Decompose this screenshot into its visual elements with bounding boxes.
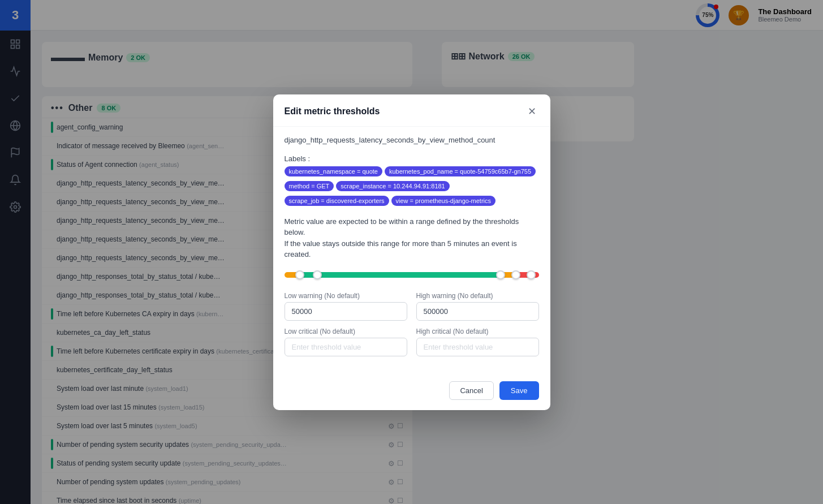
- high-critical-input[interactable]: [416, 338, 539, 356]
- cancel-button[interactable]: Cancel: [449, 381, 493, 400]
- low-critical-group: Low critical (No default): [285, 328, 407, 356]
- low-warning-label: Low warning (No default): [285, 292, 407, 300]
- slider-handle-high-warn[interactable]: [511, 270, 520, 279]
- edit-threshold-modal: Edit metric thresholds ✕ django_http_req…: [273, 94, 550, 410]
- high-warning-group: High warning (No default): [416, 292, 539, 321]
- slider-handle-high-ok[interactable]: [496, 270, 505, 279]
- high-critical-label: High critical (No default): [416, 328, 539, 335]
- slider-handle-high-crit[interactable]: [527, 270, 536, 279]
- labels-row: Labels : kubernetes_namespace = quotekub…: [285, 152, 539, 208]
- description: Metric value are expected to be within a…: [285, 216, 539, 260]
- labels-container: kubernetes_namespace = quotekubernetes_p…: [285, 166, 539, 208]
- high-warning-input[interactable]: [416, 302, 539, 321]
- modal-overlay[interactable]: Edit metric thresholds ✕ django_http_req…: [0, 0, 823, 504]
- modal-header: Edit metric thresholds ✕: [273, 94, 550, 127]
- slider-handle-low-warn[interactable]: [295, 270, 304, 279]
- save-button[interactable]: Save: [499, 381, 539, 400]
- label-tag: method = GET: [285, 181, 334, 191]
- label-tag: kubernetes_namespace = quote: [285, 166, 382, 176]
- high-critical-group: High critical (No default): [416, 328, 539, 356]
- metric-name: django_http_requests_latency_seconds_by_…: [285, 136, 539, 144]
- low-warning-input[interactable]: [285, 302, 407, 321]
- modal-footer: Cancel Save: [273, 374, 550, 410]
- low-critical-label: Low critical (No default): [285, 328, 407, 335]
- labels-title: Labels :: [285, 154, 311, 163]
- low-warning-group: Low warning (No default): [285, 292, 407, 321]
- label-tag: scrape_instance = 10.244.94.91:8181: [336, 181, 449, 191]
- modal-body: django_http_requests_latency_seconds_by_…: [273, 127, 550, 374]
- label-tag: scrape_job = discovered-exporters: [285, 196, 389, 206]
- threshold-fields: Low warning (No default) High warning (N…: [285, 292, 539, 356]
- close-button[interactable]: ✕: [525, 105, 539, 118]
- label-tag: kubernetes_pod_name = quote-54759c65b7-g…: [385, 166, 536, 176]
- label-tag: view = prometheus-django-metrics: [391, 196, 495, 206]
- labels-section: Labels : kubernetes_namespace = quotekub…: [285, 152, 539, 208]
- high-warning-label: High warning (No default): [416, 292, 539, 300]
- threshold-slider[interactable]: [285, 269, 539, 281]
- slider-handle-low-ok[interactable]: [313, 270, 322, 279]
- modal-title: Edit metric thresholds: [285, 106, 380, 117]
- low-critical-input[interactable]: [285, 338, 407, 356]
